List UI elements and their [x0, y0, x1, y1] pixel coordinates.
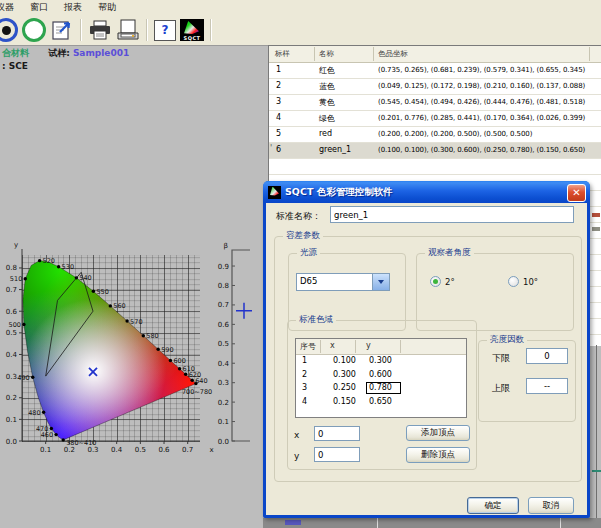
svg-text:0.5: 0.5 [6, 329, 17, 337]
gamut-cell: 0.600 [369, 370, 392, 379]
col-name: 名称 [319, 49, 334, 59]
cell-coords: (0.201, 0.776), (0.285, 0.441), (0.170, … [378, 114, 596, 122]
gamut-cell: 0.150 [333, 397, 356, 406]
upper-limit-input[interactable] [526, 378, 568, 394]
svg-text:0.4: 0.4 [111, 446, 123, 454]
luminance-group-label: 亮度因数 [487, 334, 527, 346]
standards-table-header: 标样 名称 色品坐标 [269, 46, 601, 63]
cancel-button[interactable]: 取消 [528, 497, 574, 514]
lower-limit-label: 下限 [492, 352, 510, 365]
gamut-group-label: 标准色域 [296, 314, 336, 326]
observer-2deg-label: 2° [445, 277, 455, 287]
svg-text:0.4: 0.4 [218, 360, 230, 368]
svg-text:0.3: 0.3 [218, 379, 229, 387]
lower-limit-input[interactable] [526, 348, 568, 364]
svg-text:500: 500 [9, 321, 21, 329]
sqct-logo-icon[interactable]: SQCT [180, 17, 204, 43]
observer-10deg-radio[interactable]: 10° [508, 276, 538, 287]
menu-instrument[interactable]: 仪器 [0, 1, 22, 14]
report-export-icon [50, 18, 74, 42]
light-source-value: D65 [297, 274, 372, 290]
chevron-down-icon[interactable] [372, 274, 389, 290]
svg-text:380~410: 380~410 [66, 439, 96, 447]
printer-icon[interactable] [88, 17, 112, 43]
ok-button[interactable]: 确定 [467, 497, 519, 514]
gamut-row[interactable]: 40.1500.650 [296, 396, 466, 410]
table-row[interactable]: '6green_1(0.100, 0.100), (0.300, 0.600),… [269, 143, 601, 159]
measure-standard-icon[interactable] [2, 17, 18, 43]
menu-window[interactable]: 窗口 [22, 1, 56, 14]
target-filled-icon [0, 18, 18, 42]
add-vertex-button[interactable]: 添加顶点 [406, 425, 470, 441]
vertex-y-editbox[interactable]: 0.780 [367, 383, 400, 393]
info-bar: 合材料 试样: Sample001 : SCE [2, 47, 129, 73]
gamut-col-y: y [366, 341, 371, 350]
observer-2deg-radio[interactable]: 2° [430, 276, 455, 287]
y-input[interactable] [314, 447, 360, 462]
cell-name: 绿色 [319, 113, 335, 124]
cell-id: 5 [276, 129, 281, 138]
material-label: 合材料 [2, 48, 29, 58]
delete-vertex-button[interactable]: 删除顶点 [406, 447, 470, 463]
measure-sample-icon[interactable] [22, 17, 46, 43]
cie-chromaticity-chart: 0.10.20.30.40.50.60.7x0.00.10.20.30.40.5… [0, 235, 265, 480]
svg-text:550: 550 [96, 288, 108, 296]
gamut-cell: 4 [302, 397, 307, 406]
x-input[interactable] [314, 426, 360, 441]
svg-text:0.3: 0.3 [6, 373, 17, 381]
gamut-cell: 0.300 [333, 370, 356, 379]
print-preview-icon[interactable] [116, 17, 140, 43]
svg-text:580: 580 [146, 332, 158, 340]
gamut-cell: 0.250 [333, 383, 356, 392]
svg-text:460: 460 [41, 431, 53, 439]
row-edit-marker: ' [270, 144, 272, 153]
cell-coords: (0.735, 0.265), (0.681, 0.239), (0.579, … [378, 66, 596, 74]
toolbar: ? SQCT [0, 15, 601, 46]
upper-limit-label: 上限 [492, 382, 510, 395]
cell-coords: (0.049, 0.125), (0.172, 0.198), (0.210, … [378, 82, 596, 90]
report-icon[interactable] [50, 17, 74, 43]
gamut-cell: 0.780 [369, 383, 400, 392]
table-row[interactable]: 5red(0.200, 0.200), (0.200, 0.500), (0.5… [269, 127, 601, 143]
sqct-dialog: SQCT 色彩管理控制软件 ✕ 标准名称： 容差参数 光源 D65 观察者角度 … [263, 181, 590, 518]
svg-text:0.1: 0.1 [218, 418, 229, 426]
cell-id: 1 [276, 65, 281, 74]
cell-coords: (0.200, 0.200), (0.200, 0.500), (0.500, … [378, 130, 596, 138]
sample-value: Sample001 [73, 48, 129, 58]
gamut-row[interactable]: 20.3000.600 [296, 369, 466, 383]
cell-name: 蓝色 [319, 81, 335, 92]
svg-text:0.8: 0.8 [6, 264, 17, 272]
table-row-empty[interactable] [269, 159, 601, 175]
svg-text:0.1: 0.1 [40, 446, 51, 454]
observer-group-label: 观察者角度 [425, 247, 474, 259]
background-panel-edge [596, 345, 597, 528]
table-row[interactable]: 4绿色(0.201, 0.776), (0.285, 0.441), (0.17… [269, 111, 601, 127]
gamut-cell: 0.300 [369, 356, 392, 365]
menu-report[interactable]: 报表 [56, 1, 90, 14]
svg-text:510: 510 [10, 275, 22, 283]
sample-label: 试样: [48, 48, 70, 58]
cell-coords: (0.100, 0.100), (0.300, 0.600), (0.250, … [378, 146, 596, 154]
question-mark-icon: ? [154, 20, 176, 41]
sqct-logo: SQCT [180, 19, 204, 41]
gamut-row[interactable]: 10.1000.300 [296, 355, 466, 369]
gamut-row[interactable]: 30.2500.780 [296, 382, 466, 396]
table-row[interactable]: 1红色(0.735, 0.265), (0.681, 0.239), (0.57… [269, 63, 601, 79]
light-source-select[interactable]: D65 [296, 273, 390, 291]
svg-text:x: x [210, 446, 214, 454]
table-row[interactable]: 2蓝色(0.049, 0.125), (0.172, 0.198), (0.21… [269, 79, 601, 95]
clipped-content-mark [592, 227, 600, 231]
help-icon[interactable]: ? [154, 17, 176, 43]
svg-text:560: 560 [113, 302, 125, 310]
dialog-title-bar: SQCT 色彩管理控制软件 [263, 181, 590, 203]
standard-name-input[interactable] [330, 206, 574, 223]
menu-help[interactable]: 帮助 [90, 1, 124, 14]
close-icon[interactable]: ✕ [567, 184, 586, 202]
col-standard: 标样 [275, 49, 290, 59]
gamut-table-header: 序号 x y [296, 339, 466, 355]
cell-id: 6 [276, 145, 281, 154]
svg-text:0.6: 0.6 [218, 321, 230, 329]
table-row[interactable]: 3黄色(0.545, 0.454), (0.494, 0.426), (0.44… [269, 95, 601, 111]
svg-text:0.7: 0.7 [218, 301, 229, 309]
gamut-vertex-table: 序号 x y 10.1000.30020.3000.60030.2500.780… [295, 338, 467, 418]
